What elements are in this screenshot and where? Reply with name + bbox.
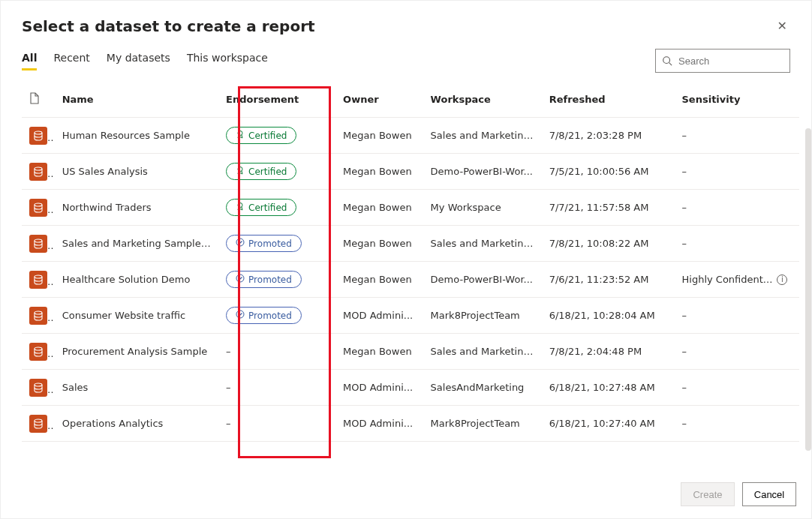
dataset-icon <box>29 199 47 217</box>
dataset-name: US Sales Analysis <box>55 154 218 190</box>
column-header-icon[interactable] <box>22 86 55 118</box>
endorsement-cell: Promoted <box>218 226 335 262</box>
search-field[interactable] <box>677 55 783 68</box>
column-header-refreshed[interactable]: Refreshed <box>542 86 675 118</box>
svg-point-10 <box>35 275 42 278</box>
workspace-cell: Mark8ProjectTeam <box>423 298 542 334</box>
svg-point-9 <box>236 238 244 246</box>
sensitivity-cell: Highly Confident...i <box>675 262 800 298</box>
column-header-workspace[interactable]: Workspace <box>423 86 542 118</box>
table-row[interactable]: Operations Analytics–MOD Admini...Mark8P… <box>22 406 799 442</box>
ribbon-icon <box>236 130 245 141</box>
column-header-sensitivity[interactable]: Sensitivity <box>675 86 800 118</box>
table-row[interactable]: Northwind TradersCertifiedMegan BowenMy … <box>22 190 799 226</box>
table-row[interactable]: US Sales AnalysisCertifiedMegan BowenDem… <box>22 154 799 190</box>
dataset-name: Operations Analytics <box>55 406 218 442</box>
search-input[interactable] <box>655 49 790 73</box>
svg-point-0 <box>663 57 670 64</box>
owner-cell: MOD Admini... <box>335 406 423 442</box>
svg-point-15 <box>35 383 42 386</box>
info-icon[interactable]: i <box>777 274 787 285</box>
table-row[interactable]: Consumer Website trafficPromotedMOD Admi… <box>22 298 799 334</box>
owner-cell: Megan Bowen <box>335 226 423 262</box>
cancel-button[interactable]: Cancel <box>742 482 796 506</box>
tab-recent[interactable]: Recent <box>53 52 89 70</box>
promoted-badge: Promoted <box>226 235 302 252</box>
table-row[interactable]: Healthcare Solution DemoPromotedMegan Bo… <box>22 262 799 298</box>
dataset-icon <box>29 343 47 361</box>
close-icon[interactable]: ✕ <box>774 17 790 35</box>
svg-point-11 <box>236 274 244 282</box>
document-icon <box>29 92 40 104</box>
certified-badge: Certified <box>226 163 296 180</box>
endorsement-cell: Promoted <box>218 298 335 334</box>
certified-badge: Certified <box>226 199 296 216</box>
refreshed-cell: 7/8/21, 2:04:48 PM <box>542 334 675 370</box>
owner-cell: Megan Bowen <box>335 262 423 298</box>
owner-cell: MOD Admini... <box>335 298 423 334</box>
table-row[interactable]: Sales–MOD Admini...SalesAndMarketing6/18… <box>22 370 799 406</box>
owner-cell: Megan Bowen <box>335 118 423 154</box>
dataset-icon <box>29 415 47 433</box>
svg-point-3 <box>238 131 242 136</box>
svg-point-16 <box>35 419 42 422</box>
tab-my-datasets[interactable]: My datasets <box>107 52 170 70</box>
dataset-name: Healthcare Solution Demo <box>55 262 218 298</box>
table-row[interactable]: Procurement Analysis Sample–Megan BowenS… <box>22 334 799 370</box>
svg-line-1 <box>669 63 672 66</box>
refreshed-cell: 7/6/21, 11:23:52 AM <box>542 262 675 298</box>
table-row[interactable]: Sales and Marketing Sample P...PromotedM… <box>22 226 799 262</box>
endorsement-cell: Certified <box>218 154 335 190</box>
svg-point-7 <box>238 203 242 208</box>
svg-point-6 <box>35 203 42 206</box>
workspace-cell: Demo-PowerBI-Wor... <box>423 154 542 190</box>
search-icon <box>662 56 672 66</box>
workspace-cell: SalesAndMarketing <box>423 370 542 406</box>
dataset-icon <box>29 379 47 397</box>
svg-point-5 <box>238 167 242 172</box>
dataset-name: Sales <box>55 370 218 406</box>
refreshed-cell: 6/18/21, 10:28:04 AM <box>542 298 675 334</box>
sensitivity-cell: – <box>675 298 800 334</box>
ribbon-icon <box>236 166 245 177</box>
check-circle-icon <box>236 274 245 285</box>
dataset-table: Name Endorsement Owner Workspace Refresh… <box>22 86 799 442</box>
column-header-endorsement[interactable]: Endorsement <box>218 86 335 118</box>
dataset-icon <box>29 307 47 325</box>
sensitivity-cell: – <box>675 406 800 442</box>
svg-point-2 <box>35 131 42 134</box>
sensitivity-cell: – <box>675 334 800 370</box>
promoted-badge: Promoted <box>226 307 302 324</box>
dataset-icon <box>29 127 47 145</box>
endorsement-cell: – <box>218 370 335 406</box>
dataset-name: Consumer Website traffic <box>55 298 218 334</box>
workspace-cell: Mark8ProjectTeam <box>423 406 542 442</box>
certified-badge: Certified <box>226 127 296 144</box>
workspace-cell: Demo-PowerBI-Wor... <box>423 262 542 298</box>
create-button[interactable]: Create <box>681 482 735 506</box>
refreshed-cell: 6/18/21, 10:27:40 AM <box>542 406 675 442</box>
endorsement-cell: Certified <box>218 118 335 154</box>
endorsement-cell: Certified <box>218 190 335 226</box>
column-header-name[interactable]: Name <box>55 86 218 118</box>
ribbon-icon <box>236 202 245 213</box>
refreshed-cell: 7/7/21, 11:57:58 AM <box>542 190 675 226</box>
refreshed-cell: 6/18/21, 10:27:48 AM <box>542 370 675 406</box>
refreshed-cell: 7/8/21, 10:08:22 AM <box>542 226 675 262</box>
sensitivity-cell: – <box>675 190 800 226</box>
owner-cell: Megan Bowen <box>335 190 423 226</box>
column-header-owner[interactable]: Owner <box>335 86 423 118</box>
svg-point-14 <box>35 347 42 350</box>
dialog-title: Select a dataset to create a report <box>22 17 315 35</box>
tab-this-workspace[interactable]: This workspace <box>187 52 268 70</box>
dataset-picker-dialog: Select a dataset to create a report ✕ Al… <box>0 0 812 519</box>
scrollbar[interactable] <box>805 128 811 451</box>
tab-all[interactable]: All <box>22 52 37 70</box>
svg-point-12 <box>35 311 42 314</box>
dataset-name: Northwind Traders <box>55 190 218 226</box>
endorsement-cell: Promoted <box>218 262 335 298</box>
table-row[interactable]: Human Resources SampleCertifiedMegan Bow… <box>22 118 799 154</box>
owner-cell: Megan Bowen <box>335 154 423 190</box>
check-circle-icon <box>236 238 245 249</box>
dataset-name: Procurement Analysis Sample <box>55 334 218 370</box>
